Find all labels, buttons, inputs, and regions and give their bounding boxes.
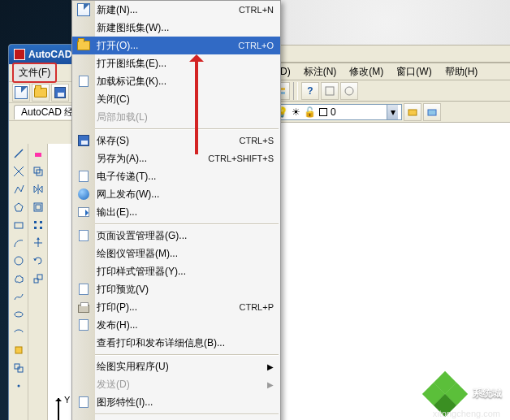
menu-item-view-details[interactable]: 查看打印和发布详细信息(B)... xyxy=(72,334,280,352)
save-button[interactable] xyxy=(51,84,69,102)
copy-tool[interactable] xyxy=(30,163,46,180)
ellipse-tool[interactable] xyxy=(11,306,27,323)
blank-icon xyxy=(76,359,92,374)
new-button[interactable] xyxy=(12,84,30,102)
line-tool[interactable] xyxy=(11,145,27,162)
layer-state-manager-button[interactable] xyxy=(423,103,441,121)
erase-tool[interactable] xyxy=(30,145,46,162)
menu-item-label: 发送(D) xyxy=(97,378,267,392)
scale-tool[interactable] xyxy=(30,271,46,287)
secondary-menubar: g] xyxy=(249,45,510,63)
menu-item-new[interactable]: 新建(N)...CTRL+N xyxy=(72,1,280,19)
blank-icon xyxy=(76,20,92,35)
circle-tool[interactable] xyxy=(11,253,27,269)
menu-item-web-pub[interactable]: 网上发布(W)... xyxy=(72,185,280,203)
menu-file[interactable]: 文件(F) xyxy=(12,63,57,83)
spline-tool[interactable] xyxy=(11,288,27,305)
move-tool[interactable] xyxy=(30,235,46,251)
mirror-tool[interactable] xyxy=(30,181,46,197)
menu-item-label: 新建(N)... xyxy=(97,3,239,17)
menu-item-shortcut: CTRL+S xyxy=(240,136,274,145)
menu-item-open[interactable]: 打开(O)...CTRL+O xyxy=(72,37,280,54)
menu-item-export[interactable]: 输出(E)... xyxy=(72,203,280,221)
layer-previous-button[interactable] xyxy=(404,103,421,121)
watermark: 系统城 xyxy=(422,375,502,412)
generic-tool-2[interactable] xyxy=(340,82,358,100)
svg-rect-18 xyxy=(34,221,37,223)
menu-item-label: 发布(H)... xyxy=(97,318,274,332)
menu-item-new-sheet[interactable]: 新建图纸集(W)... xyxy=(72,19,280,37)
sun-icon: ☀ xyxy=(292,106,300,118)
menu-item-page-setup[interactable]: 页面设置管理器(G)... xyxy=(72,227,280,245)
layer-combo[interactable]: 💡 ☀ 🔓 0 ▾ xyxy=(272,104,402,120)
menu-item-4[interactable]: 帮助(H) xyxy=(440,63,483,80)
menu-item-2[interactable]: 修改(M) xyxy=(344,63,388,80)
construction-line-tool[interactable] xyxy=(11,163,27,180)
toolbar-separator xyxy=(293,82,298,100)
make-block-tool[interactable] xyxy=(11,360,27,376)
svg-marker-23 xyxy=(33,258,37,261)
menu-item-publish[interactable]: 发布(H)... xyxy=(72,316,280,334)
menu-item-open-sheet[interactable]: 打开图纸集(E)... xyxy=(72,54,280,72)
menu-item-dwg-props[interactable]: 图形特性(I)... xyxy=(72,393,280,411)
new-icon xyxy=(76,2,92,17)
insert-block-tool[interactable] xyxy=(11,342,27,358)
blank-icon xyxy=(76,264,92,279)
watermark-brand: 系统城 xyxy=(473,387,502,401)
menu-item-load-markup[interactable]: 加载标记集(K)... xyxy=(72,72,280,90)
chevron-down-icon[interactable]: ▾ xyxy=(387,105,398,119)
arc-tool[interactable] xyxy=(11,235,27,251)
polygon-tool[interactable] xyxy=(11,199,27,215)
ellipse-arc-tool[interactable] xyxy=(11,324,27,340)
menu-item-close[interactable]: 关闭(C) xyxy=(72,90,280,108)
rotate-tool[interactable] xyxy=(30,253,46,269)
svg-point-31 xyxy=(345,87,353,95)
svg-marker-22 xyxy=(37,237,40,240)
svg-rect-11 xyxy=(35,153,41,157)
svg-rect-21 xyxy=(40,227,42,229)
menu-separator xyxy=(95,414,279,414)
blank-icon xyxy=(76,56,92,71)
ucs-y-label: Y xyxy=(64,395,70,405)
print-icon xyxy=(76,300,92,314)
rectangle-tool[interactable] xyxy=(11,217,27,233)
autocad-app-icon xyxy=(14,49,25,60)
menu-item-recent1: 1 图层模板 xyxy=(72,417,280,420)
menu-item-plot-preview[interactable]: 打印预览(V) xyxy=(72,280,280,298)
menu-item-save[interactable]: 保存(S)CTRL+S xyxy=(72,132,280,149)
page-icon xyxy=(76,228,92,243)
help-button[interactable]: ? xyxy=(301,82,319,100)
polyline-tool[interactable] xyxy=(11,181,27,197)
menu-separator xyxy=(95,354,279,355)
svg-rect-17 xyxy=(36,205,41,210)
menu-item-etransmit[interactable]: 电子传递(T)... xyxy=(72,167,280,185)
offset-tool[interactable] xyxy=(30,199,46,215)
menu-item-1[interactable]: 标注(N) xyxy=(299,63,342,80)
svg-rect-4 xyxy=(15,223,23,228)
menu-item-plot-style[interactable]: 打印样式管理器(Y)... xyxy=(72,262,280,280)
page-icon xyxy=(76,282,92,297)
draw-toolbar xyxy=(9,144,28,420)
menu-item-label: 网上发布(W)... xyxy=(97,188,274,201)
menu-item-save-as[interactable]: 另存为(A)...CTRL+SHIFT+S xyxy=(72,149,280,167)
blank-icon xyxy=(76,110,92,124)
menu-item-plot[interactable]: 打印(P)...CTRL+P xyxy=(72,298,280,316)
revision-cloud-tool[interactable] xyxy=(11,271,27,287)
menu-item-label: 页面设置管理器(G)... xyxy=(97,229,274,243)
array-tool[interactable] xyxy=(30,217,46,233)
annotation-arrow xyxy=(195,57,198,154)
svg-rect-35 xyxy=(428,110,436,115)
blank-icon xyxy=(76,92,92,106)
menu-item-utilities[interactable]: 绘图实用程序(U)▶ xyxy=(72,357,280,375)
menu-item-plotter-mgr[interactable]: 绘图仪管理器(M)... xyxy=(72,245,280,262)
new-icon xyxy=(15,86,28,99)
point-tool[interactable] xyxy=(11,378,27,394)
generic-tool[interactable] xyxy=(321,82,339,100)
out-icon xyxy=(76,205,92,219)
menu-item-label: 打开(O)... xyxy=(97,39,238,53)
svg-point-10 xyxy=(17,385,19,388)
menu-item-3[interactable]: 窗口(W) xyxy=(391,63,436,80)
menu-item-label: 打印预览(V) xyxy=(97,283,274,297)
page-icon xyxy=(76,318,92,332)
open-button[interactable] xyxy=(32,84,50,102)
